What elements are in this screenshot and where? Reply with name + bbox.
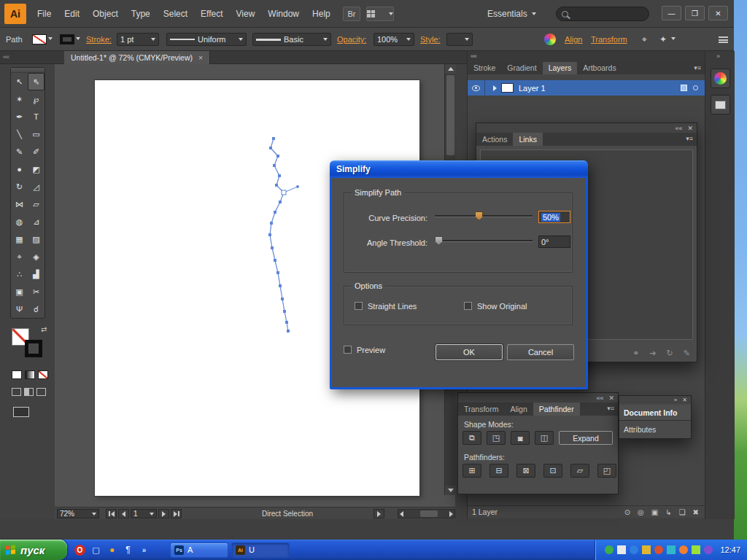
eyedropper-tool[interactable]: ⌖ (11, 248, 28, 265)
free-transform-tool[interactable]: ▱ (28, 195, 44, 213)
blend-tool[interactable]: ◈ (28, 248, 44, 265)
new-layer-icon[interactable]: ❏ (679, 508, 686, 516)
unite-icon[interactable]: ⧉ (462, 431, 481, 445)
tab-layers[interactable]: Layers (543, 62, 578, 74)
collapse-chevrons-icon[interactable]: «« (471, 52, 476, 60)
bridge-button[interactable]: Br (343, 7, 360, 21)
quicklaunch-overflow-icon[interactable]: » (139, 545, 150, 556)
panel-menu-icon[interactable]: ▾≡ (607, 402, 618, 416)
draw-normal-icon[interactable] (12, 388, 21, 396)
draw-inside-icon[interactable] (36, 388, 46, 396)
gradient-button[interactable] (25, 370, 35, 379)
preview-checkbox[interactable] (344, 346, 352, 354)
layer-name[interactable]: Layer 1 (519, 84, 546, 93)
tray-icon[interactable] (605, 545, 614, 554)
zoom-tool[interactable]: ☌ (28, 300, 44, 318)
stroke-weight-combo[interactable]: 1 pt (117, 33, 159, 46)
swap-fill-stroke-icon[interactable]: ⇄ (41, 325, 47, 333)
appearance-panel-icon[interactable] (711, 95, 730, 114)
tray-icon[interactable] (654, 545, 663, 554)
tab-document-info[interactable]: Document Info (619, 405, 691, 421)
vertical-scroll-thumb[interactable] (446, 75, 454, 155)
tab-artboards[interactable]: Artboards (577, 62, 622, 74)
tab-gradient[interactable]: Gradient (501, 62, 542, 74)
ok-button[interactable]: OK (436, 344, 503, 360)
curve-precision-slider[interactable] (435, 211, 533, 220)
last-artboard-button[interactable] (171, 509, 182, 518)
collect-for-export-icon[interactable]: ⊙ (624, 508, 630, 516)
chevron-down-icon[interactable] (48, 37, 53, 40)
chevron-down-icon[interactable] (671, 37, 676, 40)
menu-item[interactable]: Type (125, 0, 157, 28)
style-link[interactable]: Style: (420, 35, 441, 44)
expand-icon[interactable]: » (674, 397, 677, 403)
intersect-icon[interactable]: ◙ (511, 431, 530, 445)
draw-behind-icon[interactable] (24, 388, 34, 396)
type-tool[interactable]: T (28, 108, 44, 125)
browser-icon[interactable]: ● (107, 545, 117, 556)
tab-attributes[interactable]: Attributes (619, 421, 691, 437)
lasso-tool[interactable]: ℘ (28, 90, 44, 108)
workspace-switcher[interactable]: Essentials (487, 0, 536, 28)
opacity-link[interactable]: Opacity: (337, 35, 366, 44)
recolor-artwork-icon[interactable] (544, 34, 556, 45)
symbol-sprayer-tool[interactable]: ∴ (11, 265, 28, 283)
menu-item[interactable]: Edit (58, 0, 86, 28)
scale-tool[interactable]: ◿ (28, 178, 44, 195)
collapse-chevrons-icon[interactable]: «« (3, 53, 9, 61)
none-button[interactable] (38, 370, 48, 379)
perspective-grid-tool[interactable]: ⊿ (28, 213, 44, 230)
slider-thumb[interactable] (475, 211, 483, 220)
tray-icon[interactable] (667, 545, 676, 554)
menu-item[interactable]: Help (306, 0, 337, 28)
menu-item[interactable]: Select (157, 0, 194, 28)
angle-threshold-input[interactable]: 0° (538, 236, 570, 248)
close-icon[interactable]: ✕ (608, 394, 614, 402)
pencil-tool[interactable]: ✐ (28, 143, 44, 160)
column-graph-tool[interactable]: ▟ (28, 265, 44, 283)
magic-wand-tool[interactable]: ✶ (11, 90, 28, 108)
artboard-tool[interactable]: ▣ (11, 283, 28, 300)
cancel-button[interactable]: Cancel (507, 344, 574, 360)
stroke-link[interactable]: Stroke: (86, 35, 112, 44)
outline-icon[interactable]: ▱ (570, 464, 589, 478)
menu-item[interactable]: Window (261, 0, 306, 28)
divide-icon[interactable]: ⊞ (462, 464, 481, 478)
visibility-eye-icon[interactable] (472, 85, 480, 91)
first-artboard-button[interactable] (106, 509, 117, 518)
minus-back-icon[interactable]: ◰ (597, 464, 616, 478)
scroll-down-button[interactable] (445, 486, 456, 495)
tray-icon[interactable] (617, 545, 626, 554)
selection-indicator[interactable] (681, 85, 687, 91)
fill-swatch[interactable] (32, 34, 47, 44)
zoom-combo[interactable]: 72% (57, 509, 99, 518)
color-button[interactable] (12, 370, 22, 379)
control-panel-menu-icon[interactable] (719, 36, 728, 43)
chevron-down-icon[interactable] (76, 37, 80, 40)
arrange-documents-button[interactable] (366, 7, 394, 21)
go-to-link-icon[interactable]: ➔ (649, 349, 656, 358)
close-icon[interactable]: ✕ (687, 125, 693, 132)
stroke-color-well[interactable] (25, 340, 42, 357)
paintbrush-tool[interactable]: ✎ (11, 143, 28, 160)
next-artboard-button[interactable] (158, 509, 169, 518)
tray-icon[interactable] (630, 545, 638, 554)
show-original-checkbox[interactable] (464, 302, 472, 310)
mesh-tool[interactable]: ▦ (11, 230, 28, 248)
slider-track[interactable] (435, 240, 533, 241)
layer-row[interactable]: Layer 1 (468, 80, 705, 96)
minus-front-icon[interactable]: ◳ (487, 431, 506, 445)
status-display[interactable]: Direct Selection (204, 509, 371, 518)
color-guide-panel-icon[interactable] (711, 69, 730, 88)
align-link[interactable]: Align (565, 35, 582, 44)
transform-link[interactable]: Transform (591, 35, 627, 44)
locate-object-icon[interactable]: ◎ (638, 508, 644, 516)
rotate-tool[interactable]: ↻ (11, 178, 28, 195)
horizontal-scrollbar[interactable] (398, 509, 455, 518)
word-icon[interactable]: ¶ (123, 545, 133, 556)
tab-links[interactable]: Links (513, 133, 543, 146)
target-circle-icon[interactable] (693, 85, 698, 90)
make-mask-icon[interactable]: ▣ (651, 508, 658, 516)
width-profile-combo[interactable]: Uniform (166, 33, 247, 46)
slice-tool[interactable]: ✂ (28, 283, 44, 300)
